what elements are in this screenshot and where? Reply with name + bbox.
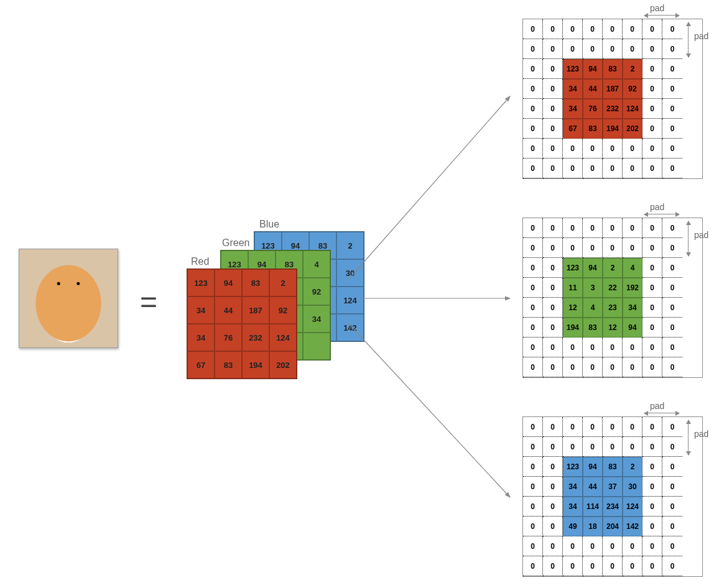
matrix-cell: 124 — [269, 324, 297, 351]
padded-cell: 0 — [642, 119, 662, 139]
padded-cell: 0 — [543, 59, 563, 79]
padded-cell: 0 — [523, 39, 543, 59]
padded-cell: 83 — [583, 318, 603, 338]
padded-cell: 4 — [623, 258, 642, 278]
padded-cell: 123 — [563, 457, 583, 477]
input-image — [19, 249, 118, 348]
padded-cell: 0 — [543, 258, 563, 278]
padded-cell: 0 — [543, 238, 563, 258]
padded-cell: 0 — [563, 19, 583, 39]
matrix-cell: 2 — [336, 232, 364, 259]
padded-cell: 0 — [543, 119, 563, 139]
padded-cell: 0 — [662, 39, 682, 59]
padded-cell: 0 — [583, 39, 603, 59]
padded-cell: 0 — [662, 59, 682, 79]
padded-cell: 0 — [523, 477, 543, 497]
padded-cell: 0 — [563, 238, 583, 258]
padded-cell: 0 — [603, 417, 623, 437]
padded-cell: 34 — [623, 298, 642, 318]
padded-cell: 0 — [583, 556, 603, 576]
padded-cell: 123 — [563, 59, 583, 79]
padded-cell: 0 — [563, 357, 583, 377]
matrix-cell: 34 — [187, 296, 215, 324]
matrix-cell: 194 — [242, 351, 269, 379]
padded-cell: 37 — [603, 477, 623, 497]
padded-cell: 0 — [563, 218, 583, 238]
padded-cell: 232 — [603, 99, 623, 119]
padded-cell: 0 — [642, 39, 662, 59]
padded-cell: 0 — [642, 238, 662, 258]
padded-cell: 0 — [662, 238, 682, 258]
padded-cell: 0 — [563, 39, 583, 59]
padded-cell: 0 — [523, 357, 543, 377]
padded-cell: 0 — [642, 457, 662, 477]
padded-cell: 0 — [642, 278, 662, 298]
padded-cell: 0 — [603, 139, 623, 158]
padded-cell: 0 — [623, 218, 642, 238]
padded-cell: 0 — [563, 437, 583, 457]
matrix-cell: 2 — [269, 269, 297, 296]
pad-arrow-horizontal — [644, 15, 679, 16]
padded-cell: 0 — [603, 158, 623, 178]
padded-cell: 0 — [523, 278, 543, 298]
padded-cell: 83 — [583, 119, 603, 139]
padded-cell: 0 — [662, 79, 682, 99]
padded-cell: 0 — [563, 139, 583, 158]
padded-cell: 0 — [543, 497, 563, 517]
padded-cell: 2 — [603, 258, 623, 278]
padded-cell: 0 — [642, 99, 662, 119]
padded-cell: 0 — [642, 158, 662, 178]
matrix-cell: 34 — [187, 324, 215, 351]
padded-cell: 12 — [603, 318, 623, 338]
arrow-to-green-padded — [361, 295, 516, 301]
padded-cell: 0 — [583, 417, 603, 437]
padded-cell: 0 — [662, 158, 682, 178]
padded-cell: 0 — [623, 238, 642, 258]
padded-cell: 0 — [523, 238, 543, 258]
padded-cell: 0 — [642, 417, 662, 437]
padded-cell: 0 — [662, 357, 682, 377]
padded-cell: 0 — [603, 437, 623, 457]
padded-cell: 0 — [523, 338, 543, 357]
padded-cell: 0 — [662, 119, 682, 139]
padded-cell: 0 — [642, 218, 662, 238]
padded-cell: 0 — [642, 318, 662, 338]
padded-cell: 0 — [543, 318, 563, 338]
padded-cell: 0 — [543, 437, 563, 457]
padded-cell: 34 — [563, 477, 583, 497]
padded-cell: 192 — [623, 278, 642, 298]
padded-cell: 0 — [603, 39, 623, 59]
padded-cell: 0 — [603, 556, 623, 576]
padded-cell: 0 — [543, 536, 563, 556]
padded-cell: 0 — [583, 536, 603, 556]
padded-cell: 0 — [642, 477, 662, 497]
padded-cell: 0 — [662, 477, 682, 497]
pad-arrow-horizontal — [644, 413, 679, 413]
padded-cell: 34 — [563, 99, 583, 119]
padded-cell: 0 — [543, 338, 563, 357]
padded-cell: 0 — [543, 218, 563, 238]
padded-red-block: padpad0000000000000000001239483200003444… — [522, 19, 703, 199]
padded-cell: 0 — [523, 318, 543, 338]
padded-cell: 0 — [543, 457, 563, 477]
pad-label-vertical: pad — [694, 31, 708, 41]
rgb-channel-stack: Red Green Blue 1239483230124142 12394834… — [187, 230, 342, 373]
padded-cell: 0 — [583, 238, 603, 258]
padded-cell: 194 — [563, 318, 583, 338]
padded-cell: 0 — [662, 437, 682, 457]
padded-cell: 0 — [583, 338, 603, 357]
padded-cell: 123 — [563, 258, 583, 278]
padded-cell: 0 — [642, 139, 662, 158]
padded-cell: 0 — [662, 218, 682, 238]
padded-cell: 0 — [642, 517, 662, 536]
padded-cell: 0 — [543, 99, 563, 119]
padded-cell: 0 — [523, 298, 543, 318]
padded-grid: 0000000000000000001239424000011322192000… — [522, 218, 703, 378]
padded-cell: 187 — [603, 79, 623, 99]
padded-cell: 0 — [523, 99, 543, 119]
padded-cell: 0 — [623, 338, 642, 357]
padded-cell: 30 — [623, 477, 642, 497]
matrix-cell: 30 — [336, 259, 364, 287]
padded-cell: 0 — [523, 119, 543, 139]
matrix-cell: 67 — [187, 351, 215, 379]
